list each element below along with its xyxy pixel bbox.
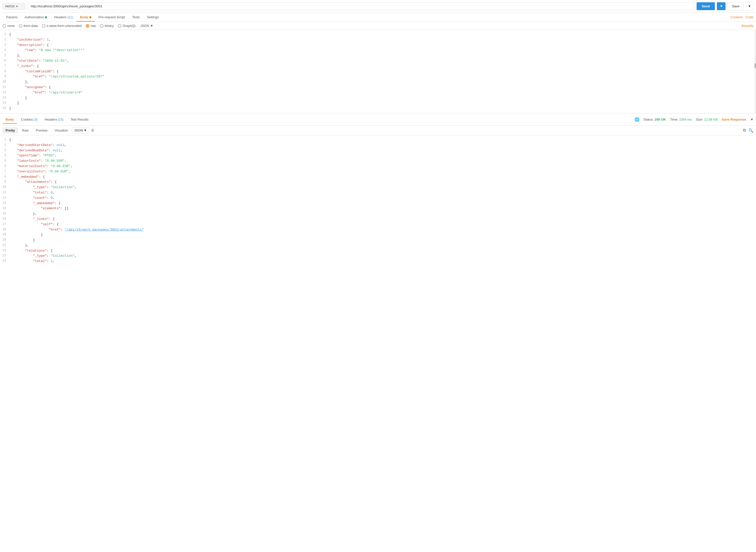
view-tab-visualize[interactable]: Visualize xyxy=(51,127,71,134)
resp-line-16: 16 "_links": { xyxy=(0,217,756,222)
resp-line-7: 7 "overallCosts": "0.00 EUR", xyxy=(0,169,756,174)
option-form-data[interactable]: form-data xyxy=(19,24,38,28)
tab-tests[interactable]: Tests xyxy=(129,13,143,22)
size-label: Size: 12.58 KB xyxy=(696,118,718,121)
save-dropdown-button[interactable]: ▼ xyxy=(746,2,753,10)
req-line-12: 12 "href": "/api/v3/users/4" xyxy=(0,90,756,96)
method-label: PATCH xyxy=(5,5,14,8)
send-dropdown-button[interactable]: ▼ xyxy=(717,2,726,10)
response-header: Body Cookies (3) Headers (15) Test Resul… xyxy=(0,114,756,126)
time-label: Time: 1054 ms xyxy=(670,118,692,121)
resp-line-4: 4 "spentTime": "PT0S", xyxy=(0,153,756,158)
none-radio[interactable] xyxy=(3,24,6,28)
option-binary[interactable]: binary xyxy=(100,24,114,28)
resp-line-12: 12 "count": 0, xyxy=(0,195,756,201)
view-tab-pretty[interactable]: Pretty xyxy=(3,127,18,134)
authorization-dot xyxy=(45,16,47,18)
req-line-13: 13 } xyxy=(0,96,756,101)
method-select[interactable]: PATCH ▼ xyxy=(3,3,25,10)
status-label: Status: 200 OK xyxy=(643,118,666,121)
req-line-6: 6 "startDate": "2020-12-01", xyxy=(0,58,756,64)
cookies-link[interactable]: Cookies xyxy=(731,15,743,19)
req-line-8: 8 "customField6": { xyxy=(0,69,756,75)
request-scrollbar-thumb[interactable] xyxy=(754,63,756,68)
req-line-10: 10 }, xyxy=(0,80,756,85)
code-link[interactable]: Code xyxy=(746,15,753,19)
resp-line-24: 24 "total": 1, xyxy=(0,259,756,264)
tab-prerequest[interactable]: Pre-request Script xyxy=(95,13,129,22)
urlencoded-radio[interactable] xyxy=(42,24,45,28)
option-raw[interactable]: raw xyxy=(86,24,96,28)
method-chevron: ▼ xyxy=(15,5,18,8)
save-button[interactable]: Save xyxy=(728,2,744,10)
top-bar: PATCH ▼ Send ▼ Save ▼ xyxy=(0,0,756,13)
search-icon[interactable]: 🔍 xyxy=(748,128,753,133)
tab-settings[interactable]: Settings xyxy=(143,13,162,22)
req-line-9: 9 "href": "/api/v3/custom_options/207" xyxy=(0,74,756,80)
save-response-button[interactable]: Save Response xyxy=(722,118,746,121)
resp-tab-body[interactable]: Body xyxy=(3,116,17,123)
graphql-radio[interactable] xyxy=(118,24,121,28)
view-tab-raw[interactable]: Raw xyxy=(19,127,32,134)
send-button[interactable]: Send xyxy=(697,2,715,10)
request-scrollbar[interactable] xyxy=(754,30,756,113)
tab-params[interactable]: Params xyxy=(3,13,21,22)
resp-line-18: 18 "href": "/api/v3/work_packages/3053/a… xyxy=(0,227,756,233)
view-tab-preview[interactable]: Preview xyxy=(33,127,50,134)
req-line-7: 7 "_links": { xyxy=(0,64,756,69)
resp-line-5: 5 "laborCosts": "0.00 EUR", xyxy=(0,158,756,164)
view-tabs: Pretty Raw Preview Visualize JSON ▼ ☰ ⧉ … xyxy=(0,126,756,135)
format-dropdown[interactable]: JSON ▼ xyxy=(140,24,153,28)
resp-line-2: 2 "derivedStartDate": null, xyxy=(0,143,756,148)
resp-tab-cookies[interactable]: Cookies (3) xyxy=(18,116,41,123)
form-data-radio[interactable] xyxy=(19,24,22,28)
url-input[interactable] xyxy=(27,2,695,10)
resp-line-19: 19 } xyxy=(0,232,756,238)
copy-icon[interactable]: ⧉ xyxy=(743,128,746,133)
tab-headers[interactable]: Headers (11) xyxy=(50,13,77,22)
resp-line-14: 14 "elements": [] xyxy=(0,206,756,211)
option-graphql[interactable]: GraphQL xyxy=(118,24,136,28)
resp-line-15: 15 }, xyxy=(0,211,756,217)
resp-line-20: 20 } xyxy=(0,238,756,243)
binary-radio[interactable] xyxy=(100,24,104,28)
response-format-dropdown[interactable]: JSON ▼ xyxy=(72,127,89,134)
resp-line-13: 13 "_embedded": { xyxy=(0,201,756,206)
request-body-editor[interactable]: 1 { 2 "lockVersion": 1, 3 "description":… xyxy=(0,30,756,114)
raw-radio[interactable] xyxy=(86,24,89,28)
response-body: 1 { 2 "derivedStartDate": null, 3 "deriv… xyxy=(0,135,756,266)
resp-line-3: 3 "derivedDueDate": null, xyxy=(0,148,756,153)
right-links: Cookies Code xyxy=(731,15,753,19)
resp-line-22: 22 "relations": { xyxy=(0,248,756,254)
resp-line-17: 17 "self": { xyxy=(0,222,756,227)
req-line-11: 11 "assignee": { xyxy=(0,85,756,90)
resp-line-11: 11 "total": 0, xyxy=(0,190,756,195)
req-line-5: 5 }, xyxy=(0,53,756,58)
resp-line-8: 8 "_embedded": { xyxy=(0,174,756,180)
resp-line-1: 1 { xyxy=(0,137,756,143)
req-line-14: 14 } xyxy=(0,101,756,106)
resp-tab-test-results[interactable]: Test Results xyxy=(67,116,92,123)
body-dot xyxy=(89,16,92,18)
req-line-15: 15 } xyxy=(0,106,756,111)
option-none[interactable]: none xyxy=(3,24,15,28)
req-line-4: 4 "raw": "A new **description**" xyxy=(0,48,756,53)
resp-line-23: 23 "_type": "Collection", xyxy=(0,253,756,259)
status-info: 🌐 Status: 200 OK Time: 1054 ms Size: 12.… xyxy=(634,117,753,122)
req-line-1: 1 { xyxy=(0,32,756,37)
view-right: ⧉ 🔍 xyxy=(743,128,753,133)
tab-authorization[interactable]: Authorization xyxy=(21,13,50,22)
tab-body[interactable]: Body xyxy=(77,13,95,22)
filter-icon[interactable]: ☰ xyxy=(91,129,94,132)
resp-format-chevron: ▼ xyxy=(84,129,87,132)
resp-line-6: 6 "materialCosts": "0.00 EUR", xyxy=(0,164,756,169)
body-options: none form-data x-www-form-urlencoded raw… xyxy=(0,22,756,30)
save-response-chevron[interactable]: ▼ xyxy=(750,118,753,121)
format-chevron: ▼ xyxy=(150,24,153,28)
req-line-3: 3 "description": { xyxy=(0,43,756,48)
option-urlencoded[interactable]: x-www-form-urlencoded xyxy=(42,24,82,28)
resp-line-21: 21 }, xyxy=(0,243,756,248)
beautify-button[interactable]: Beautify xyxy=(742,24,753,28)
request-tabs: Params Authorization Headers (11) Body P… xyxy=(0,13,756,22)
resp-tab-headers[interactable]: Headers (15) xyxy=(42,116,66,123)
